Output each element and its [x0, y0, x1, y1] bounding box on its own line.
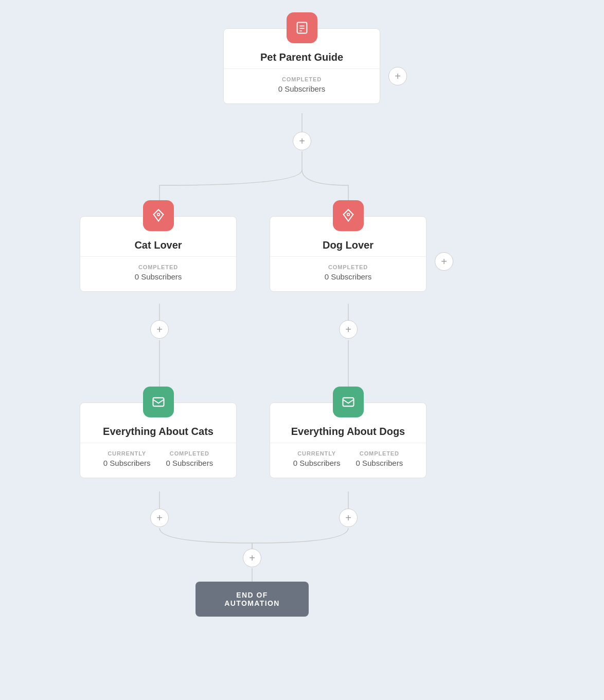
root-subscribers: 0 Subscribers — [278, 84, 326, 93]
cat-lover-status: COMPLETED — [135, 264, 182, 270]
svg-rect-15 — [153, 398, 164, 406]
automation-canvas: Pet Parent Guide COMPLETED 0 Subscribers… — [0, 0, 604, 700]
cats-completed-value: 0 Subscribers — [166, 459, 214, 467]
add-button-right-dog[interactable]: + — [435, 252, 453, 271]
add-button-below-dogs-email[interactable]: + — [339, 509, 358, 527]
tag-icon-dog — [333, 200, 364, 231]
root-card[interactable]: Pet Parent Guide COMPLETED 0 Subscribers — [223, 28, 380, 104]
add-button-right-root[interactable]: + — [388, 67, 407, 85]
root-card-title: Pet Parent Guide — [224, 51, 380, 63]
svg-rect-9 — [297, 23, 307, 33]
svg-point-14 — [347, 213, 349, 216]
everything-dogs-title: Everything About Dogs — [270, 426, 426, 437]
cat-lover-subscribers: 0 Subscribers — [135, 272, 182, 281]
dog-lover-card[interactable]: Dog Lover COMPLETED 0 Subscribers — [270, 216, 427, 292]
dogs-completed-label: COMPLETED — [356, 450, 403, 457]
add-button-below-cats-email[interactable]: + — [150, 509, 169, 527]
everything-cats-title: Everything About Cats — [80, 426, 236, 437]
dog-lover-subscribers: 0 Subscribers — [325, 272, 372, 281]
everything-cats-card[interactable]: Everything About Cats CURRENTLY 0 Subscr… — [80, 402, 237, 478]
root-status-label: COMPLETED — [278, 76, 326, 82]
end-automation-label: END OF AUTOMATION — [216, 591, 288, 607]
add-button-below-dog[interactable]: + — [339, 320, 358, 339]
page-icon — [287, 12, 317, 43]
dogs-completed-value: 0 Subscribers — [356, 459, 403, 467]
cat-lover-title: Cat Lover — [80, 239, 236, 251]
email-icon-dogs — [333, 387, 364, 417]
add-button-below-cat[interactable]: + — [150, 320, 169, 339]
svg-rect-16 — [343, 398, 353, 406]
add-button-merge[interactable]: + — [243, 549, 261, 567]
cats-completed-label: COMPLETED — [166, 450, 214, 457]
end-automation-node[interactable]: END OF AUTOMATION — [196, 582, 309, 617]
dogs-currently-label: CURRENTLY — [293, 450, 341, 457]
cats-currently-label: CURRENTLY — [103, 450, 151, 457]
add-button-below-root[interactable]: + — [293, 132, 311, 150]
tag-icon-cat — [143, 200, 174, 231]
cats-currently-value: 0 Subscribers — [103, 459, 151, 467]
email-icon-cats — [143, 387, 174, 417]
everything-dogs-card[interactable]: Everything About Dogs CURRENTLY 0 Subscr… — [270, 402, 427, 478]
cat-lover-card[interactable]: Cat Lover COMPLETED 0 Subscribers — [80, 216, 237, 292]
dog-lover-status: COMPLETED — [325, 264, 372, 270]
svg-point-13 — [157, 213, 159, 216]
dog-lover-title: Dog Lover — [270, 239, 426, 251]
dogs-currently-value: 0 Subscribers — [293, 459, 341, 467]
